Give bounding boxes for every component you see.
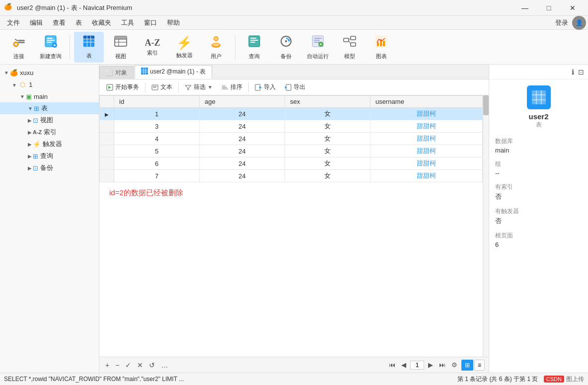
pager-first[interactable]: ⏮ <box>387 361 397 369</box>
cell-id[interactable]: 5 <box>114 145 200 157</box>
cell-sex[interactable]: 女 <box>285 145 370 157</box>
menu-favorites[interactable]: 收藏夹 <box>87 16 116 29</box>
col-username-header[interactable]: username <box>370 96 483 108</box>
cell-age[interactable]: 24 <box>200 120 285 133</box>
toolbar-user-label: 用户 <box>211 53 221 60</box>
pager-input[interactable] <box>410 361 424 370</box>
btn-refresh[interactable]: ↺ <box>147 360 157 370</box>
pager-next[interactable]: ▶ <box>426 361 435 369</box>
close-button[interactable]: ✕ <box>561 0 584 16</box>
cell-sex[interactable]: 女 <box>285 133 370 145</box>
btn-start-transaction[interactable]: 开始事务 <box>102 81 143 93</box>
pager-prev[interactable]: ◀ <box>399 361 408 369</box>
cell-sex[interactable]: 女 <box>285 170 370 182</box>
pager-settings[interactable]: ⚙ <box>449 361 459 369</box>
table-wrapper[interactable]: id age sex username ▶ 1 24 女 <box>99 95 483 357</box>
toolbar-connect[interactable]: 连接 <box>4 32 34 63</box>
cell-age[interactable]: 24 <box>200 145 285 157</box>
cell-username[interactable]: 甜甜柯 <box>370 120 483 133</box>
sidebar-views[interactable]: ▶ ⊡ 视图 <box>0 114 99 126</box>
table-row[interactable]: 4 24 女 甜甜柯 <box>100 133 483 145</box>
user-icon <box>209 34 223 52</box>
btn-confirm-row[interactable]: ✓ <box>123 360 133 370</box>
btn-more[interactable]: … <box>159 360 170 370</box>
menu-help[interactable]: 帮助 <box>162 16 185 29</box>
toolbar-backup[interactable]: 备份 <box>271 32 301 63</box>
btn-sort[interactable]: 排序 <box>218 81 246 93</box>
sidebar-root[interactable]: ▼ 🍊 xuxu <box>0 67 99 78</box>
view-form-button[interactable]: ≡ <box>474 360 485 371</box>
cell-username[interactable]: 甜甜柯 <box>370 108 483 120</box>
cell-sex[interactable]: 女 <box>285 108 370 120</box>
cell-sex[interactable]: 女 <box>285 120 370 133</box>
btn-add-row[interactable]: + <box>103 360 111 370</box>
tab-objects[interactable]: ⬜ 对象 <box>99 66 134 79</box>
toolbar-chart[interactable]: 图表 <box>367 32 396 63</box>
cell-id[interactable]: 3 <box>114 120 200 133</box>
btn-delete-row[interactable]: − <box>113 360 121 370</box>
col-marker-header <box>100 96 114 108</box>
btn-text[interactable]: 文本 <box>147 81 176 93</box>
col-sex-header[interactable]: sex <box>285 96 370 108</box>
minimize-button[interactable]: — <box>514 0 536 16</box>
maximize-button[interactable]: □ <box>537 0 560 16</box>
cell-username[interactable]: 甜甜柯 <box>370 170 483 182</box>
login-button[interactable]: 登录 <box>555 18 568 27</box>
btn-filter[interactable]: 筛选 ▼ <box>181 81 217 93</box>
table-row[interactable]: ▶ 1 24 女 甜甜柯 <box>100 108 483 120</box>
cell-id[interactable]: 7 <box>114 170 200 182</box>
menu-table[interactable]: 表 <box>71 16 87 29</box>
cell-age[interactable]: 24 <box>200 133 285 145</box>
pager-last[interactable]: ⏭ <box>437 361 447 369</box>
col-age-header[interactable]: age <box>200 96 285 108</box>
cell-username[interactable]: 甜甜柯 <box>370 157 483 170</box>
toolbar-new-query[interactable]: 新建查询 <box>36 32 66 63</box>
status-extra: 图上传 <box>566 375 584 384</box>
cell-id[interactable]: 4 <box>114 133 200 145</box>
table-row[interactable]: 7 24 女 甜甜柯 <box>100 170 483 182</box>
toolbar-query[interactable]: 查询 <box>239 32 269 63</box>
btn-cancel-row[interactable]: ✕ <box>135 360 145 370</box>
view-grid-button[interactable]: ⊞ <box>461 360 473 371</box>
cell-username[interactable]: 甜甜柯 <box>370 145 483 157</box>
menu-window[interactable]: 窗口 <box>139 16 162 29</box>
table-row[interactable]: 3 24 女 甜甜柯 <box>100 120 483 133</box>
table-row[interactable]: 6 24 女 甜甜柯 <box>100 157 483 170</box>
expand-icon[interactable]: ⊡ <box>578 68 584 76</box>
toolbar-autorun[interactable]: 自动运行 <box>303 32 333 63</box>
menu-file[interactable]: 文件 <box>2 16 25 29</box>
csdn-badge[interactable]: CSDN <box>544 376 564 383</box>
toolbar-user[interactable]: 用户 <box>201 32 231 63</box>
toolbar-model[interactable]: 模型 <box>335 32 365 63</box>
toolbar-trigger[interactable]: ⚡ 触发器 <box>169 32 199 63</box>
sidebar-schema-main[interactable]: ▼ ▣ main <box>0 90 99 102</box>
sidebar-queries[interactable]: ▶ ⊞ 查询 <box>0 150 99 162</box>
cell-age[interactable]: 24 <box>200 170 285 182</box>
sidebar-tables[interactable]: ▼ ⊞ 表 <box>0 102 99 114</box>
menu-edit[interactable]: 编辑 <box>25 16 48 29</box>
vertical-scrollbar[interactable] <box>483 95 489 357</box>
user-avatar[interactable]: 👤 <box>572 16 586 30</box>
info-icon[interactable]: ℹ <box>572 68 574 76</box>
menu-tools[interactable]: 工具 <box>116 16 139 29</box>
sidebar-backups[interactable]: ▶ ⊡ 备份 <box>0 162 99 174</box>
tab-table[interactable]: user2 @main (1) - 表 <box>135 65 212 79</box>
sidebar-indexes[interactable]: ▶ A-Z 索引 <box>0 126 99 138</box>
cell-username[interactable]: 甜甜柯 <box>370 133 483 145</box>
sidebar-db[interactable]: ▼ ⬡ 1 <box>0 78 99 90</box>
table-row[interactable]: 5 24 女 甜甜柯 <box>100 145 483 157</box>
cell-age[interactable]: 24 <box>200 157 285 170</box>
sidebar-triggers[interactable]: ▶ ⚡ 触发器 <box>0 138 99 150</box>
toolbar-view[interactable]: 视图 <box>106 32 136 63</box>
toolbar-index[interactable]: A-Z 索引 <box>138 32 167 63</box>
cell-sex[interactable]: 女 <box>285 157 370 170</box>
cell-id[interactable]: 6 <box>114 157 200 170</box>
btn-import[interactable]: 导入 <box>251 81 280 93</box>
cell-age[interactable]: 24 <box>200 108 285 120</box>
menu-view[interactable]: 查看 <box>48 16 71 29</box>
col-id-header[interactable]: id <box>114 96 200 108</box>
cell-id[interactable]: 1 <box>114 108 200 120</box>
btn-export[interactable]: 导出 <box>281 81 309 93</box>
scrollbar-thumb[interactable] <box>483 95 489 115</box>
toolbar-table[interactable]: 表 <box>74 32 104 63</box>
